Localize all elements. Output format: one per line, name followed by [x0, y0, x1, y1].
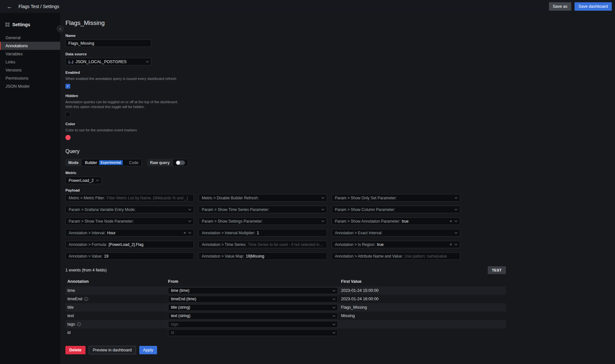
- chevron-down-icon: [188, 219, 191, 222]
- column-header-from: From: [166, 279, 339, 284]
- clear-icon[interactable]: ×: [450, 219, 452, 223]
- mode-code-label: Code: [129, 160, 139, 165]
- table-header-row: Annotation From First Value: [65, 279, 506, 284]
- chevron-down-icon: [322, 219, 324, 222]
- payload-field-disable-builder-refresh[interactable]: Metric > Disable Builder Refresh:: [199, 194, 327, 202]
- color-description: Color to use for the annotation event ma…: [65, 128, 179, 133]
- annotation-field-name: title: [67, 305, 74, 310]
- test-button[interactable]: TEST: [488, 266, 506, 274]
- results-table: Annotation From First Value time time (t…: [65, 279, 506, 337]
- sidebar-item-general[interactable]: General: [0, 34, 60, 42]
- payload-field-time-series[interactable]: Annotation > Time Series: Time Series to…: [199, 241, 327, 248]
- mode-code-button[interactable]: Code: [126, 159, 142, 166]
- from-select-timeend[interactable]: timeEnd (time): [168, 296, 338, 303]
- payload-field-show-annotation-parameter[interactable]: Param > Show Annotation Parameter: true …: [332, 217, 460, 225]
- payload-field-attribute-name-and-value[interactable]: Annotation > Attribute Name and Value: U…: [332, 252, 460, 260]
- sidebar-item-json-model[interactable]: JSON Model: [0, 82, 60, 90]
- delete-button[interactable]: Delete: [65, 346, 85, 354]
- enabled-checkbox[interactable]: ✓: [65, 84, 70, 89]
- payload-field-show-time-series-parameter[interactable]: Param > Show Time Series Parameter:: [199, 206, 327, 213]
- sidebar-item-annotations[interactable]: Annotations: [0, 42, 60, 50]
- chevron-down-icon: [455, 231, 457, 234]
- info-icon[interactable]: i: [84, 297, 88, 301]
- sidebar-header: Settings: [0, 22, 60, 34]
- payload-field-interval[interactable]: Annotation > Interval: Hour ×: [65, 229, 194, 237]
- mode-radio-group: Builder Experimental Code: [81, 159, 142, 166]
- payload-field-value-map[interactable]: Annotation > Value Map: 19|Missing: [199, 252, 327, 260]
- metric-field-block: Metric PowerLoad_2: [65, 171, 610, 184]
- info-icon[interactable]: i: [77, 322, 81, 326]
- from-select-time[interactable]: time (time): [168, 287, 338, 294]
- chevron-down-icon: [322, 196, 324, 199]
- experimental-badge: Experimental: [99, 160, 123, 165]
- hidden-checkbox[interactable]: [65, 112, 70, 117]
- from-select-text[interactable]: text (string): [168, 313, 338, 319]
- clear-icon[interactable]: ×: [450, 242, 452, 247]
- payload-field-formula[interactable]: Annotation > Formula: [PowerLoad_2].Flag: [65, 241, 194, 248]
- settings-nav: General Annotations Variables Links Vers…: [0, 34, 60, 90]
- payload-grid: Metric > Metric Filter: Filter Metric Li…: [65, 194, 610, 260]
- color-swatch[interactable]: [65, 135, 71, 140]
- hidden-description: Annotation queries can be toggled on or …: [65, 100, 179, 109]
- main-layout: Settings General Annotations Variables L…: [0, 13, 615, 364]
- chevron-down-icon: [146, 60, 149, 62]
- first-value: 2023-01-24 15:00:00: [341, 288, 379, 293]
- action-buttons: Delete Preview in dashboard Apply: [65, 346, 610, 354]
- table-row: time time (time) 2023-01-24 15:00:00: [65, 286, 506, 295]
- payload-field-exact-interval[interactable]: Annotation > Exact Interval:: [332, 229, 460, 237]
- payload-field-show-only-set-parameter[interactable]: Param > Show Only Set Parameter:: [332, 194, 460, 202]
- name-field-block: Name: [65, 34, 610, 47]
- collapse-section-button[interactable]: ‹: [57, 25, 64, 32]
- save-as-button[interactable]: Save as: [549, 2, 571, 11]
- datasource-select[interactable]: {...} JSON_LOCAL_POSTGRES: [65, 58, 151, 65]
- sidebar-item-variables[interactable]: Variables: [0, 50, 60, 58]
- results-header: 1 events (from 4 fields) TEST: [65, 266, 506, 274]
- payload-field-is-region[interactable]: Annotation > Is Region: true ×: [332, 241, 460, 248]
- payload-label: Payload: [65, 188, 610, 192]
- from-select-tags[interactable]: tags: [168, 321, 338, 328]
- chevron-down-icon: [333, 331, 335, 334]
- events-summary: 1 events (from 4 fields): [65, 268, 107, 272]
- from-select-id[interactable]: id: [168, 329, 338, 336]
- raw-query-toggle[interactable]: [173, 159, 188, 166]
- chevron-down-icon: [333, 297, 335, 300]
- enabled-description: When enabled the annotation query is iss…: [65, 76, 179, 81]
- payload-field-interval-multiplier[interactable]: Annotation > Interval Multiplier: 1: [199, 229, 327, 237]
- metric-label: Metric: [65, 171, 610, 175]
- chevron-down-icon: [455, 219, 457, 222]
- chevron-down-icon: [188, 208, 191, 210]
- raw-query-label: Raw query: [147, 159, 173, 166]
- datasource-label: Data source: [65, 52, 610, 56]
- back-button[interactable]: ←: [4, 3, 15, 10]
- breadcrumb[interactable]: Flags Test / Settings: [18, 4, 59, 9]
- mode-builder-button[interactable]: Builder Experimental: [82, 159, 126, 166]
- payload-field-metric-filter[interactable]: Metric > Metric Filter: Filter Metric Li…: [65, 194, 194, 202]
- apply-button[interactable]: Apply: [139, 346, 157, 354]
- table-row: tags i tags: [65, 320, 506, 328]
- name-label: Name: [65, 34, 610, 38]
- metric-select[interactable]: PowerLoad_2: [65, 177, 102, 184]
- chevron-down-icon: [333, 323, 335, 325]
- first-value: Flags_Missing: [341, 305, 367, 310]
- payload-field-value[interactable]: Annotation > Value: 19: [65, 252, 194, 260]
- payload-field-show-settings-parameter[interactable]: Param > Show Settings Parameter:: [199, 217, 327, 225]
- from-select-title[interactable]: title (string): [168, 304, 338, 311]
- preview-in-dashboard-button[interactable]: Preview in dashboard: [89, 346, 136, 354]
- annotation-field-name: timeEnd: [67, 297, 82, 301]
- chevron-down-icon: [333, 314, 335, 317]
- sidebar-item-versions[interactable]: Versions: [0, 66, 60, 74]
- datasource-field-block: Data source {...} JSON_LOCAL_POSTGRES: [65, 52, 610, 65]
- save-dashboard-button[interactable]: Save dashboard: [575, 2, 612, 11]
- payload-field-grafana-variable-entry-mode[interactable]: Param > Grafana Variable Entry Mode:: [65, 206, 194, 213]
- sidebar-item-permissions[interactable]: Permissions: [0, 74, 60, 82]
- check-icon: ✓: [66, 84, 69, 88]
- mode-label: Mode: [65, 159, 81, 166]
- sidebar-item-links[interactable]: Links: [0, 58, 60, 66]
- payload-field-show-tree-node-parameter[interactable]: Param > Show Tree Node Parameter:: [65, 217, 194, 225]
- name-input[interactable]: [65, 39, 151, 47]
- payload-field-show-column-parameter[interactable]: Param > Show Column Parameter:: [332, 206, 460, 213]
- clear-icon[interactable]: ×: [183, 231, 186, 235]
- chevron-down-icon: [333, 289, 335, 292]
- color-label: Color: [65, 122, 610, 126]
- chevron-left-icon: ‹: [60, 26, 61, 31]
